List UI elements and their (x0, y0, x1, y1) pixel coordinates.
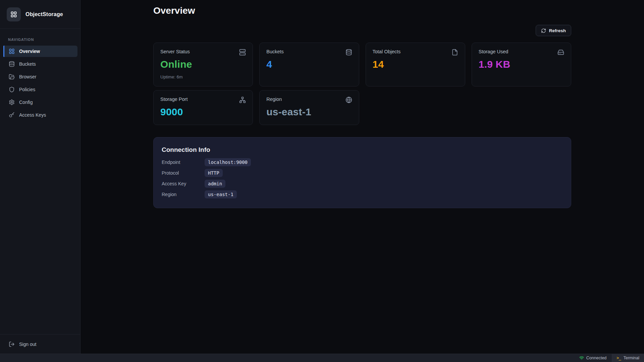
sidebar-item-buckets[interactable]: Buckets (3, 58, 77, 70)
sidebar-item-label: Overview (19, 49, 40, 54)
hard-drive-icon (557, 49, 564, 56)
app-header: ObjectStorage (0, 0, 80, 29)
wifi-icon (579, 356, 584, 360)
file-icon (451, 49, 458, 56)
key-icon (9, 112, 15, 118)
stat-card-storage-port: Storage Port 9000 (153, 90, 253, 125)
stat-card-buckets: Buckets 4 (259, 43, 359, 86)
page-title: Overview (153, 5, 571, 16)
terminal-label: Terminal (624, 356, 639, 360)
connection-info-label: Endpoint (162, 160, 205, 165)
refresh-label: Refresh (549, 28, 566, 33)
stat-card-value: us-east-1 (266, 106, 352, 118)
database-icon (9, 61, 15, 67)
sidebar-item-label: Buckets (19, 61, 36, 67)
gear-icon (9, 99, 15, 105)
stat-card-label: Buckets (266, 49, 284, 54)
sign-out-label: Sign out (19, 342, 36, 347)
server-icon (239, 49, 246, 56)
connection-info-rows: Endpoint localhost:9000 Protocol HTTP Ac… (162, 157, 563, 200)
logout-icon (9, 341, 15, 347)
refresh-icon (541, 28, 546, 33)
sidebar-item-label: Config (19, 100, 33, 105)
sign-out-button[interactable]: Sign out (0, 334, 80, 354)
stat-card-label: Total Objects (373, 49, 401, 54)
connection-info-row-region: Region us-east-1 (162, 189, 563, 200)
stat-card-value: 1.9 KB (479, 59, 564, 70)
connection-info-panel: Connection Info Endpoint localhost:9000 … (153, 137, 571, 208)
stat-card-label: Region (266, 97, 282, 102)
connected-label: Connected (586, 356, 606, 360)
connection-info-label: Access Key (162, 181, 205, 186)
globe-icon (345, 97, 352, 103)
terminal-button[interactable]: >_ Terminal (612, 354, 644, 362)
stat-card-value: 4 (266, 59, 352, 70)
connection-info-row-access-key: Access Key admin (162, 178, 563, 189)
status-bar: Connected >_ Terminal (0, 354, 644, 362)
app-title: ObjectStorage (25, 11, 63, 17)
sidebar-item-label: Policies (19, 87, 35, 92)
sidebar-item-label: Access Keys (19, 112, 46, 118)
stat-card-value: 14 (373, 59, 458, 70)
connection-info-title: Connection Info (162, 146, 563, 154)
stat-card-storage-used: Storage Used 1.9 KB (472, 43, 571, 86)
terminal-prompt-icon: >_ (616, 356, 621, 360)
sidebar-item-overview[interactable]: Overview (3, 46, 77, 57)
connection-info-row-endpoint: Endpoint localhost:9000 (162, 157, 563, 168)
stats-row-2: Storage Port 9000 Region us-east-1 (153, 90, 571, 125)
connection-status: Connected (574, 354, 612, 362)
stat-card-subtext: Uptime: 6m (160, 74, 246, 79)
sidebar-item-label: Browser (19, 74, 36, 79)
refresh-button[interactable]: Refresh (536, 25, 571, 36)
stat-card-value: Online (160, 59, 246, 70)
stat-card-value: 9000 (160, 106, 246, 118)
connection-info-value: us-east-1 (205, 190, 237, 198)
connection-info-row-protocol: Protocol HTTP (162, 168, 563, 178)
stat-card-label: Storage Port (160, 97, 187, 102)
connection-info-value: admin (205, 180, 225, 188)
shield-icon (9, 86, 15, 93)
grid-icon (9, 48, 15, 54)
nav-list: Overview Buckets Browser Policies Config… (0, 46, 80, 122)
sidebar-item-access-keys[interactable]: Access Keys (3, 109, 77, 121)
connection-info-label: Region (162, 192, 205, 197)
app-logo-icon (7, 7, 21, 21)
stats-row-1: Server Status Online Uptime: 6m Buckets … (153, 43, 571, 86)
connection-info-value: HTTP (205, 169, 223, 177)
main-content: Overview Refresh Server Status Online Up… (80, 0, 644, 354)
connection-info-label: Protocol (162, 170, 205, 176)
stat-card-total-objects: Total Objects 14 (366, 43, 465, 86)
stat-card-label: Storage Used (479, 49, 508, 54)
stat-card-region: Region us-east-1 (259, 90, 359, 125)
folder-open-icon (9, 74, 15, 80)
toolbar: Refresh (153, 25, 571, 36)
database-icon (345, 49, 352, 56)
sidebar-item-policies[interactable]: Policies (3, 84, 77, 95)
nav-section-label: NAVIGATION (8, 38, 80, 42)
sidebar-item-config[interactable]: Config (3, 97, 77, 108)
connection-info-value: localhost:9000 (205, 158, 251, 166)
network-icon (239, 97, 246, 103)
sidebar-item-browser[interactable]: Browser (3, 71, 77, 82)
stat-card-server-status: Server Status Online Uptime: 6m (153, 43, 253, 86)
sidebar: ObjectStorage NAVIGATION Overview Bucket… (0, 0, 80, 354)
stat-card-label: Server Status (160, 49, 190, 54)
